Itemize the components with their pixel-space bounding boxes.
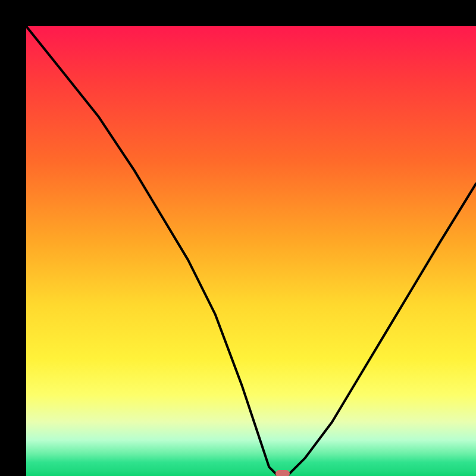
bottleneck-curve <box>26 26 476 476</box>
chart-plot-area <box>26 26 476 476</box>
chart-frame <box>0 0 476 476</box>
optimal-point-marker <box>275 470 290 476</box>
